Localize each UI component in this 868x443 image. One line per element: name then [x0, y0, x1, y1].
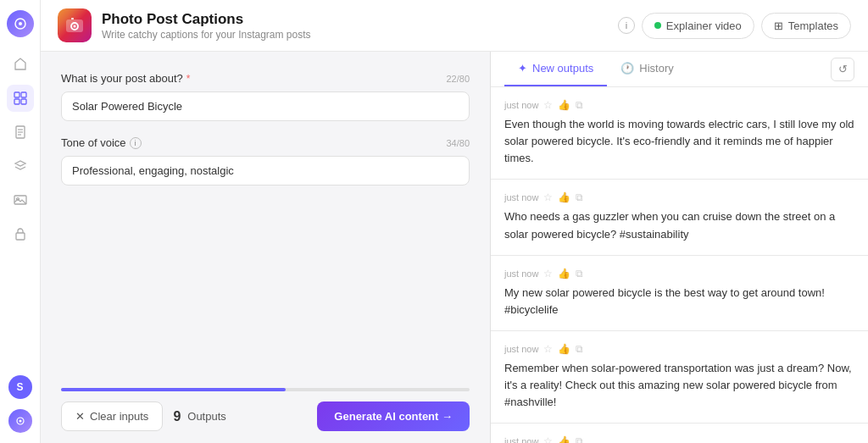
generate-button[interactable]: Generate AI content → [317, 401, 470, 431]
svg-rect-4 [14, 99, 19, 104]
clear-inputs-button[interactable]: ✕ Clear inputs [61, 401, 163, 431]
field2-char-count: 34/80 [446, 138, 470, 148]
star-icon[interactable]: ☆ [543, 99, 553, 111]
new-outputs-icon: ✦ [518, 62, 527, 75]
thumbsup-icon[interactable]: 👍 [558, 268, 570, 280]
app-subtitle: Write catchy captions for your Instagram… [102, 29, 311, 41]
app-title: Photo Post Captions [102, 11, 311, 28]
generate-label: Generate AI content → [334, 410, 453, 423]
sidebar-item-lock[interactable] [7, 220, 34, 247]
tab-new-outputs[interactable]: ✦ New outputs [504, 52, 607, 86]
output-text: My new solar powered bicycle is the best… [504, 285, 854, 318]
tab-history-label: History [639, 62, 673, 75]
header-info: Photo Post Captions Write catchy caption… [102, 11, 311, 41]
svg-rect-5 [21, 99, 26, 104]
explainer-video-button[interactable]: Explainer video [642, 13, 754, 39]
sidebar: S [0, 0, 41, 443]
output-time: just now [504, 100, 538, 110]
explainer-label: Explainer video [666, 19, 742, 32]
app-avatar-bottom[interactable] [8, 409, 32, 433]
star-icon[interactable]: ☆ [543, 343, 553, 355]
app-logo[interactable] [7, 10, 34, 37]
star-icon[interactable]: ☆ [543, 191, 553, 203]
output-item: just now ☆ 👍 ⧉ Taking my solar powered b… [491, 424, 868, 443]
template-icon: ⊞ [774, 19, 783, 32]
clear-x-icon: ✕ [75, 410, 85, 423]
form-group-post: What is your post about? * 22/80 [61, 72, 470, 121]
field1-label: What is your post about? [61, 72, 183, 85]
thumbsup-icon[interactable]: 👍 [558, 343, 570, 355]
sidebar-item-apps[interactable] [7, 85, 34, 112]
sidebar-item-docs[interactable] [7, 119, 34, 146]
user-avatar[interactable]: S [8, 375, 32, 399]
copy-icon[interactable]: ⧉ [576, 268, 583, 280]
sidebar-item-image[interactable] [7, 186, 34, 213]
output-actions: ☆ 👍 ⧉ [543, 435, 583, 443]
svg-rect-18 [71, 18, 74, 19]
post-about-input[interactable] [61, 91, 470, 121]
output-item: just now ☆ 👍 ⧉ Who needs a gas guzzler w… [491, 180, 868, 255]
sidebar-item-home[interactable] [7, 51, 34, 78]
copy-icon[interactable]: ⧉ [576, 191, 583, 203]
svg-rect-12 [16, 233, 25, 240]
output-time: just now [504, 269, 538, 279]
output-text: Remember when solar-powered transportati… [504, 360, 854, 411]
svg-rect-2 [14, 92, 19, 97]
copy-icon[interactable]: ⧉ [576, 99, 583, 111]
output-item: just now ☆ 👍 ⧉ My new solar powered bicy… [491, 256, 868, 331]
field1-label-text: What is your post about? * [61, 72, 190, 85]
app-icon [58, 8, 92, 42]
output-actions: ☆ 👍 ⧉ [543, 191, 583, 203]
output-meta: just now ☆ 👍 ⧉ [504, 435, 854, 443]
field2-label-text: Tone of voice i [61, 136, 142, 149]
output-item: just now ☆ 👍 ⧉ Even though the world is … [491, 87, 868, 180]
header-left: Photo Post Captions Write catchy caption… [58, 8, 311, 42]
thumbsup-icon[interactable]: 👍 [558, 191, 570, 203]
history-icon: 🕐 [620, 62, 634, 75]
output-meta: just now ☆ 👍 ⧉ [504, 343, 854, 355]
templates-button[interactable]: ⊞ Templates [761, 13, 851, 39]
output-item: just now ☆ 👍 ⧉ Remember when solar-power… [491, 331, 868, 424]
sidebar-item-layers[interactable] [7, 152, 34, 180]
right-panel: ✦ New outputs 🕐 History ↺ just now ☆ 👍 ⧉ [490, 52, 868, 443]
outputs-count: 9 [173, 409, 181, 424]
tab-history[interactable]: 🕐 History [607, 52, 687, 86]
clear-label: Clear inputs [90, 410, 148, 423]
copy-icon[interactable]: ⧉ [576, 435, 583, 443]
svg-point-1 [19, 22, 22, 25]
output-time: just now [504, 344, 538, 354]
content-area: What is your post about? * 22/80 Tone of… [41, 52, 868, 443]
header: Photo Post Captions Write catchy caption… [41, 0, 868, 52]
form-group-tone: Tone of voice i 34/80 [61, 136, 470, 186]
field1-label-row: What is your post about? * 22/80 [61, 72, 470, 85]
copy-icon[interactable]: ⧉ [576, 343, 583, 355]
output-actions: ☆ 👍 ⧉ [543, 268, 583, 280]
svg-point-17 [74, 25, 76, 28]
output-meta: just now ☆ 👍 ⧉ [504, 99, 854, 111]
status-dot [654, 22, 661, 29]
left-panel-footer: ✕ Clear inputs 9 Outputs Generate AI con… [61, 391, 470, 443]
output-text: Even though the world is moving towards … [504, 116, 854, 167]
tone-of-voice-input[interactable] [61, 156, 470, 186]
svg-rect-3 [21, 92, 26, 97]
info-button[interactable]: i [618, 17, 635, 34]
tone-info-icon[interactable]: i [130, 137, 142, 149]
output-actions: ☆ 👍 ⧉ [543, 99, 583, 111]
thumbsup-icon[interactable]: 👍 [558, 99, 570, 111]
templates-label: Templates [788, 19, 838, 32]
output-meta: just now ☆ 👍 ⧉ [504, 191, 854, 203]
star-icon[interactable]: ☆ [543, 268, 553, 280]
left-panel: What is your post about? * 22/80 Tone of… [41, 52, 490, 443]
tabs-header: ✦ New outputs 🕐 History ↺ [491, 52, 868, 87]
outputs-label: Outputs [187, 410, 226, 423]
field2-label-row: Tone of voice i 34/80 [61, 136, 470, 149]
star-icon[interactable]: ☆ [543, 435, 553, 443]
output-time: just now [504, 192, 538, 202]
outputs-count-group: 9 Outputs [173, 409, 225, 424]
refresh-button[interactable]: ↺ [831, 58, 854, 81]
required-indicator: * [186, 73, 191, 85]
thumbsup-icon[interactable]: 👍 [558, 435, 570, 443]
output-text: Who needs a gas guzzler when you can cru… [504, 208, 854, 242]
field2-label: Tone of voice [61, 136, 126, 149]
field1-char-count: 22/80 [446, 74, 470, 84]
